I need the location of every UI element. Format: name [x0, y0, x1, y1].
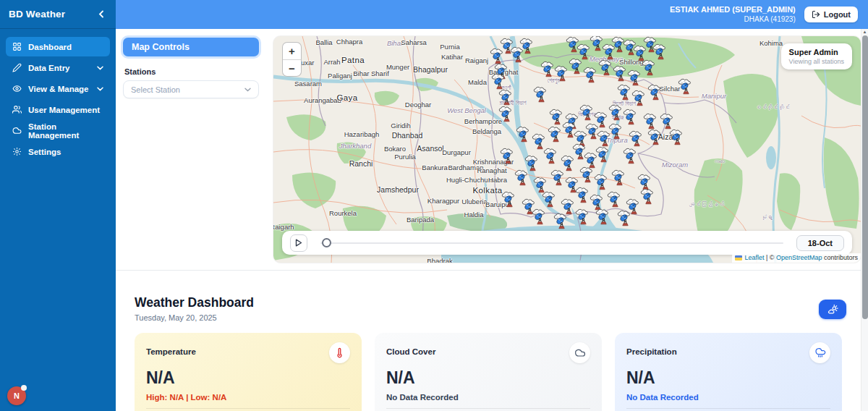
- station-marker[interactable]: [659, 113, 677, 130]
- station-dish-icon: [595, 146, 613, 163]
- admin-badge-title: Super Admin: [789, 48, 844, 56]
- sidebar-item-settings[interactable]: Settings: [6, 142, 110, 161]
- station-marker[interactable]: [642, 113, 660, 130]
- zoom-in-button[interactable]: +: [283, 43, 301, 59]
- sidebar-item-station-management[interactable]: Station Management: [6, 121, 110, 140]
- station-marker[interactable]: [531, 208, 549, 225]
- sidebar-item-view-manage[interactable]: View & Manage: [6, 79, 110, 98]
- station-marker[interactable]: [532, 86, 550, 103]
- play-button[interactable]: [290, 234, 307, 252]
- user-info: ESTIAK AHMED (SUPER_ADMIN) DHAKA (41923): [670, 5, 796, 24]
- timeline-slider[interactable]: [318, 238, 786, 248]
- station-marker[interactable]: [501, 191, 519, 208]
- card-value: N/A: [146, 368, 350, 388]
- logout-label: Logout: [824, 10, 851, 19]
- cloud-sun-icon: [827, 303, 839, 315]
- station-marker[interactable]: [499, 148, 517, 164]
- station-marker[interactable]: [514, 169, 532, 186]
- station-marker[interactable]: [639, 188, 658, 205]
- station-select[interactable]: Select Station: [123, 80, 259, 98]
- sidebar: BD Weather Dashboard Data Entry View & M…: [0, 0, 116, 411]
- station-dish-icon: [498, 106, 516, 122]
- sidebar-collapse-button[interactable]: [95, 9, 107, 20]
- station-marker[interactable]: [574, 208, 592, 225]
- station-marker[interactable]: [647, 129, 665, 145]
- weather-settings-button[interactable]: [819, 300, 846, 319]
- station-dish-icon: [642, 113, 660, 130]
- station-marker[interactable]: [647, 84, 665, 101]
- logout-icon: [812, 10, 820, 19]
- station-select-placeholder: Select Station: [131, 85, 180, 94]
- station-dish-icon: [608, 123, 626, 140]
- station-marker[interactable]: [628, 130, 646, 147]
- station-marker[interactable]: [541, 191, 559, 208]
- dev-tools-badge[interactable]: N: [7, 386, 26, 405]
- station-marker[interactable]: [595, 208, 613, 225]
- timeline-date-chip: 18-Oct: [796, 235, 844, 251]
- osm-link[interactable]: OpenStreetMap: [776, 254, 822, 261]
- card-detail: No Data Recorded: [386, 393, 590, 402]
- chevron-down-icon: [97, 87, 103, 91]
- station-marker[interactable]: [606, 191, 624, 208]
- temperature-card: Temperature N/A High: N/A | Low: N/A Dai…: [135, 333, 362, 411]
- card-value: N/A: [626, 368, 830, 388]
- dashboard-header: Weather Dashboard Tuesday, May 20, 2025: [135, 295, 254, 322]
- sidebar-item-dashboard[interactable]: Dashboard: [6, 37, 110, 56]
- station-marker[interactable]: [593, 174, 611, 190]
- dashboard-title: Weather Dashboard: [135, 295, 254, 310]
- station-dish-icon: [541, 191, 559, 208]
- station-dish-icon: [574, 208, 592, 225]
- dashboard-date: Tuesday, May 20, 2025: [135, 313, 254, 322]
- station-marker[interactable]: [610, 169, 629, 186]
- station-dish-icon: [593, 174, 611, 190]
- station-dish-icon: [639, 188, 658, 205]
- pencil-icon: [12, 63, 22, 72]
- users-icon: [12, 105, 22, 114]
- card-label: Temperature: [146, 342, 196, 356]
- map-canvas[interactable]: BalliaChhapraBiharSaharsaPurniaKatiharRa…: [273, 36, 861, 263]
- station-marker[interactable]: [677, 78, 695, 95]
- cloud-rain-icon: [809, 342, 830, 363]
- station-dish-icon: [553, 213, 571, 229]
- station-dish-icon: [647, 84, 665, 101]
- sidebar-nav: Dashboard Data Entry View & Manage User …: [0, 29, 116, 171]
- leaflet-link[interactable]: Leaflet: [744, 254, 764, 261]
- station-marker[interactable]: [498, 106, 516, 122]
- station-dish-icon: [490, 73, 509, 90]
- station-marker[interactable]: [668, 129, 686, 145]
- station-marker[interactable]: [608, 123, 626, 140]
- page-scrollbar[interactable]: ▲: [861, 29, 868, 411]
- station-marker[interactable]: [542, 148, 561, 164]
- map-controls-panel: Map Controls Stations Select Station: [123, 38, 259, 98]
- timeline-knob[interactable]: [322, 238, 331, 247]
- chevron-left-icon: [98, 10, 104, 18]
- station-dish-icon: [652, 43, 670, 60]
- cloud-icon: [569, 342, 590, 363]
- sidebar-item-label: Dashboard: [28, 43, 72, 51]
- station-dish-icon: [501, 191, 519, 208]
- map-attribution: Leaflet | © OpenStreetMap contributors: [732, 253, 861, 263]
- station-marker[interactable]: [498, 89, 516, 106]
- station-marker[interactable]: [616, 210, 634, 226]
- zoom-out-button[interactable]: −: [283, 59, 301, 76]
- station-dish-icon: [659, 113, 677, 130]
- ukraine-flag-icon: [735, 255, 742, 260]
- scrollbar-up-arrow[interactable]: ▲: [861, 29, 868, 35]
- station-marker[interactable]: [519, 38, 537, 54]
- station-dish-icon: [532, 86, 550, 103]
- sidebar-item-data-entry[interactable]: Data Entry: [6, 58, 110, 77]
- sidebar-item-label: View & Manage: [28, 85, 89, 93]
- sidebar-item-user-management[interactable]: User Management: [6, 100, 110, 119]
- station-dish-icon: [542, 148, 561, 164]
- logout-button[interactable]: Logout: [804, 7, 858, 22]
- scrollbar-thumb[interactable]: [862, 35, 868, 319]
- station-marker[interactable]: [553, 213, 571, 229]
- attribution-suffix: contributors: [822, 254, 858, 261]
- station-marker[interactable]: [652, 43, 670, 60]
- map-zoom-control: + −: [282, 42, 302, 77]
- station-dish-icon: [606, 191, 624, 208]
- station-marker[interactable]: [622, 148, 640, 164]
- station-marker[interactable]: [595, 146, 613, 163]
- station-marker[interactable]: [641, 59, 659, 76]
- station-marker[interactable]: [490, 73, 509, 90]
